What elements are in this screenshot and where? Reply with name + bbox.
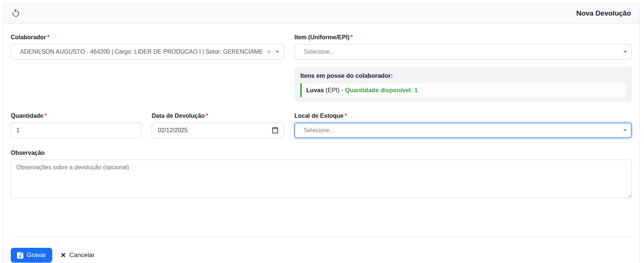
colaborador-select[interactable]: ADENILSON AUGUSTO - 464200 | Cargo: LIDE… <box>11 44 284 60</box>
footer-divider <box>11 237 632 237</box>
itens-em-posse-panel: Itens em posse do colaborador: Luvas (EP… <box>294 67 632 102</box>
required-asterisk: * <box>350 34 353 40</box>
page-title: Nova Devolução <box>576 9 631 17</box>
posse-item-separator: - <box>341 87 345 93</box>
clear-selection-icon[interactable]: ✕ <box>267 49 271 54</box>
quantidade-input[interactable] <box>11 123 141 138</box>
observacao-field: Observação <box>11 149 632 200</box>
data-devolucao-input-wrap <box>152 123 284 138</box>
form-row-2: Quantidade* Data de Devolução* <box>11 112 632 138</box>
local-estoque-placeholder: Selecione... <box>300 127 335 134</box>
cancel-button[interactable]: ✕ Cancelar <box>57 248 98 263</box>
required-asterisk: * <box>44 113 47 119</box>
colaborador-selected-value: ADENILSON AUGUSTO - 464200 | Cargo: LIDE… <box>16 49 263 55</box>
required-asterisk: * <box>206 113 208 119</box>
item-label: Item (Uniforme/EPI)* <box>294 34 632 41</box>
posse-item-name: Luvas <box>306 87 324 93</box>
posse-panel-title: Itens em posse do colaborador: <box>300 72 626 79</box>
local-estoque-select[interactable]: Selecione... <box>294 123 632 138</box>
data-devolucao-input[interactable] <box>157 127 202 134</box>
form-footer: Gravar ✕ Cancelar <box>11 240 632 263</box>
form-row-1: Colaborador* ADENILSON AUGUSTO - 464200 … <box>11 34 632 102</box>
local-estoque-label: Local de Estoque* <box>294 112 632 119</box>
card-header: Nova Devolução <box>3 3 639 24</box>
undo-icon <box>11 9 20 18</box>
posse-item-availability: Quantidade disponível: 1 <box>345 87 418 93</box>
data-devolucao-field: Data de Devolução* <box>152 112 284 138</box>
form-body: Colaborador* ADENILSON AUGUSTO - 464200 … <box>3 24 639 263</box>
colaborador-label: Colaborador* <box>11 34 284 41</box>
colaborador-field: Colaborador* ADENILSON AUGUSTO - 464200 … <box>11 34 284 102</box>
quantidade-field: Quantidade* <box>11 112 141 138</box>
cancel-button-label: Cancelar <box>69 252 95 259</box>
chevron-down-icon[interactable] <box>623 51 627 53</box>
item-select-placeholder: Selecione... <box>300 49 335 55</box>
data-devolucao-label: Data de Devolução* <box>152 112 284 119</box>
item-select[interactable]: Selecione... <box>294 44 632 60</box>
save-floppy-icon <box>17 252 23 259</box>
chevron-down-icon[interactable] <box>623 129 627 132</box>
item-field: Item (Uniforme/EPI)* Selecione... Itens … <box>294 34 632 102</box>
undo-back-button[interactable] <box>11 9 21 19</box>
posse-item-row: Luvas (EPI) - Quantidade disponível: 1 <box>300 83 626 97</box>
quantidade-label: Quantidade* <box>11 112 141 119</box>
cancel-x-icon: ✕ <box>60 252 66 259</box>
chevron-down-icon[interactable] <box>275 51 279 53</box>
required-asterisk: * <box>344 113 347 119</box>
save-button[interactable]: Gravar <box>11 248 52 263</box>
observacao-textarea[interactable] <box>11 160 632 198</box>
local-estoque-field: Local de Estoque* Selecione... <box>294 112 632 138</box>
required-asterisk: * <box>47 34 49 40</box>
calendar-icon[interactable] <box>272 127 278 134</box>
observacao-label: Observação <box>11 149 632 156</box>
posse-item-type: (EPI) <box>324 87 341 93</box>
save-button-label: Gravar <box>27 252 46 259</box>
nova-devolucao-card: Nova Devolução Colaborador* ADENILSON AU… <box>3 3 640 263</box>
